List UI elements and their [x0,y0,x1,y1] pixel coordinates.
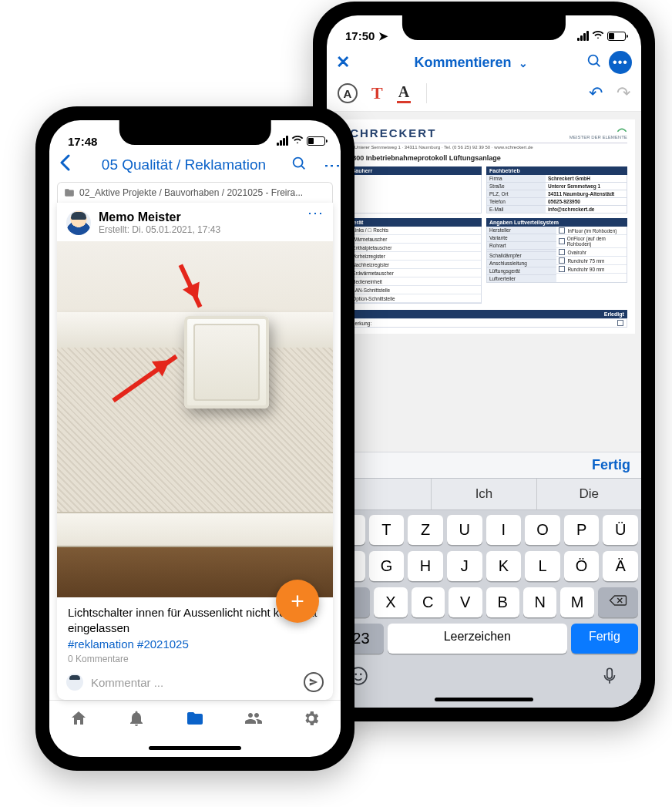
svg-point-5 [354,674,357,676]
company-address: mbH · Unterer Semmetweg 1 · 34311 Naumbu… [341,143,627,150]
battery-icon [307,136,325,146]
key-delete[interactable] [598,587,638,617]
key-L[interactable]: L [525,551,560,581]
author-avatar[interactable] [66,210,91,235]
key-Ü[interactable]: Ü [603,515,638,545]
key-I[interactable]: I [486,515,522,545]
screen-right: 17:50 ➤ ✕ Kommentieren ⌄ ••• A T A [327,15,641,708]
section-luft-header: Angaben Luftverteilsystem [486,218,627,227]
post-card: Memo Meister Erstellt: Di. 05.01.2021, 1… [57,203,333,700]
svg-point-0 [589,55,598,65]
header-actions: ⋮ [291,155,334,176]
keyboard-bottom-row [327,663,641,691]
post-photo[interactable] [57,241,333,597]
post-tags[interactable]: #reklamation #2021025 [57,637,333,654]
comment-input[interactable]: Kommentar ... [91,676,296,689]
svg-point-8 [294,157,303,166]
annotation-toolbar: A T A ↶ ↷ [327,79,641,112]
section-fach-header: Fachbetrieb [486,166,627,175]
breadcrumb[interactable]: 02_Aktive Projekte / Bauvorhaben / 20210… [57,182,333,203]
cell-signal-icon [277,136,288,146]
key-B[interactable]: B [486,587,519,617]
overflow-menu-button[interactable]: ⋮ [316,157,337,173]
suggestion-3[interactable]: Die [536,479,641,509]
svg-point-6 [360,674,362,676]
keyboard-suggestions: Ich Die [327,478,641,510]
back-button[interactable] [52,154,77,176]
self-avatar [66,674,83,691]
home-indicator[interactable] [327,691,641,708]
nav-title[interactable]: Kommentieren ⌄ [362,55,580,71]
comment-composer: Kommentar ... [57,669,333,700]
breadcrumb-text: 02_Aktive Projekte / Bauvorhaben / 20210… [79,187,303,198]
tool-stamp[interactable]: A [338,83,358,103]
redo-button: ↷ [617,83,630,103]
svg-line-1 [596,63,600,66]
document-viewport[interactable]: SCHRECKERT MEISTER DER ELEMENTE mbH · Un… [327,112,641,452]
wifi-icon [291,133,304,148]
tool-text[interactable]: T [371,83,383,103]
key-K[interactable]: K [486,551,522,581]
key-Z[interactable]: Z [408,515,443,545]
search-button[interactable] [291,155,307,176]
section-erledigt: ertErledigt [341,310,627,318]
tab-notifications[interactable] [127,709,146,731]
nav-bar: ✕ Kommentieren ⌄ ••• [327,46,641,79]
tool-underline-color[interactable]: A [397,83,411,103]
key-X[interactable]: X [374,587,407,617]
tab-people[interactable] [244,709,263,731]
suggestion-2[interactable]: Ich [431,479,536,509]
key-N[interactable]: N [523,587,556,617]
key-V[interactable]: V [449,587,482,617]
post-menu-button[interactable]: ⋮ [313,206,319,221]
tab-settings[interactable] [302,709,321,731]
key-P[interactable]: P [564,515,600,545]
dictation-button[interactable] [600,666,620,689]
key-H[interactable]: H [408,551,443,581]
tab-home[interactable] [69,709,88,731]
tab-folder[interactable] [186,709,204,731]
key-O[interactable]: O [525,515,560,545]
search-button[interactable] [586,52,603,72]
key-enter[interactable]: Fertig [571,624,638,654]
cell-signal-icon [577,31,589,41]
comment-count[interactable]: 0 Kommentare [57,654,333,669]
key-Ö[interactable]: Ö [564,551,600,581]
fab-add-button[interactable]: + [276,580,319,623]
undo-button[interactable]: ↶ [589,83,603,103]
key-space[interactable]: Leerzeichen [388,624,567,654]
key-Ä[interactable]: Ä [603,551,638,581]
send-comment-button[interactable] [304,672,324,692]
pdf-page: SCHRECKERT MEISTER DER ELEMENTE mbH · Un… [333,119,635,334]
section-bauherr-header: de/Bauherr [341,166,482,175]
phone-left: 17:48 05 Qualität / Reklamation ⋮ [35,106,354,771]
key-G[interactable]: G [369,551,405,581]
notch [402,15,566,40]
phone-right: 17:50 ➤ ✕ Kommentieren ⌄ ••• A T A [313,2,655,721]
key-C[interactable]: C [412,587,445,617]
brand-sub: MEISTER DER ELEMENTE [570,126,627,140]
svg-line-9 [301,165,304,168]
key-J[interactable]: J [447,551,482,581]
author-name: Memo Meister [99,210,301,224]
keyboard-done-button[interactable]: Fertig [592,457,630,473]
nav-title-label: Kommentieren [414,55,511,70]
key-U[interactable]: U [447,515,482,545]
bemerkung-row: Bemerkung: [341,318,627,328]
bottom-tab-bar [49,700,341,738]
header-title: 05 Qualität / Reklamation [82,156,286,173]
keyboard-accessory: Fertig [327,452,641,478]
key-T[interactable]: T [369,515,405,545]
more-button[interactable]: ••• [609,51,632,74]
wifi-icon [592,29,604,43]
keyboard: Fertig Ich Die RTZUIOPÜ FGHJKLÖÄ XCVBNM … [327,452,641,708]
chevron-down-icon: ⌄ [519,57,528,69]
document-title: 058800 Inbetriebnahmeprotokoll Lüftungsa… [341,154,627,162]
toolbar-divider [426,83,573,103]
home-indicator[interactable] [49,738,341,757]
battery-icon [607,32,626,41]
close-button[interactable]: ✕ [336,52,356,72]
key-M[interactable]: M [560,587,593,617]
post-created: Erstellt: Di. 05.01.2021, 17:43 [99,224,301,235]
company-logo: SCHRECKERT [341,126,436,140]
